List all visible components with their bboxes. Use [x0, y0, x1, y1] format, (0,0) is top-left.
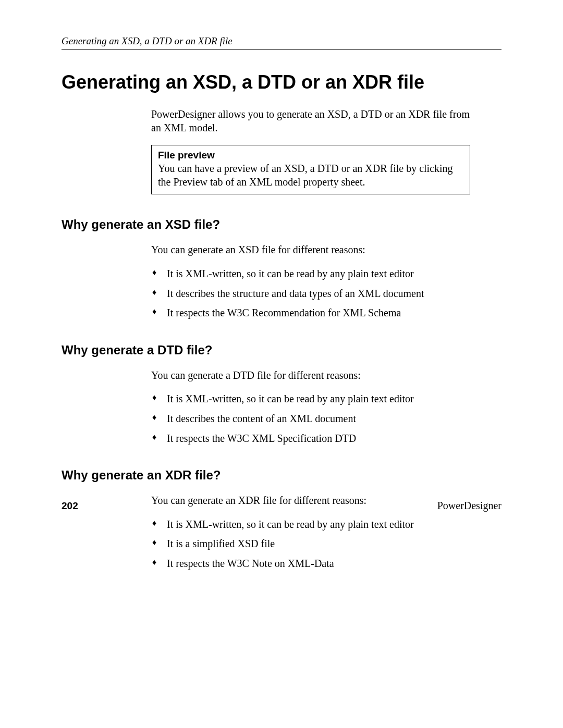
- list-item: It respects the W3C Note on XML-Data: [151, 557, 470, 571]
- section-lead-xsd: You can generate an XSD file for differe…: [151, 243, 470, 257]
- list-item: It describes the structure and data type…: [151, 287, 470, 301]
- page-number: 202: [62, 500, 78, 512]
- note-title: File preview: [158, 150, 463, 161]
- section-heading-dtd: Why generate a DTD file?: [62, 343, 501, 357]
- list-item: It respects the W3C Recommendation for X…: [151, 306, 470, 320]
- intro-paragraph: PowerDesigner allows you to generate an …: [151, 108, 470, 134]
- list-item: It is XML-written, so it can be read by …: [151, 518, 470, 532]
- bullet-list-xdr: It is XML-written, so it can be read by …: [151, 518, 470, 571]
- section-heading-xdr: Why generate an XDR file?: [62, 468, 501, 483]
- list-item: It describes the content of an XML docum…: [151, 412, 470, 426]
- note-body: You can have a preview of an XSD, a DTD …: [158, 162, 463, 189]
- list-item: It is XML-written, so it can be read by …: [151, 267, 470, 281]
- list-item: It is XML-written, so it can be read by …: [151, 392, 470, 406]
- section-heading-xsd: Why generate an XSD file?: [62, 217, 501, 232]
- note-box: File preview You can have a preview of a…: [151, 145, 470, 194]
- list-item: It is a simplified XSD file: [151, 537, 470, 551]
- section-lead-dtd: You can generate a DTD file for differen…: [151, 369, 470, 382]
- bullet-list-xsd: It is XML-written, so it can be read by …: [151, 267, 470, 320]
- intro-block: PowerDesigner allows you to generate an …: [151, 108, 470, 194]
- running-header: Generating an XSD, a DTD or an XDR file: [62, 35, 501, 50]
- section-body-dtd: You can generate a DTD file for differen…: [151, 369, 470, 445]
- page: Generating an XSD, a DTD or an XDR file …: [0, 0, 563, 728]
- list-item: It respects the W3C XML Specification DT…: [151, 432, 470, 446]
- section-body-xsd: You can generate an XSD file for differe…: [151, 243, 470, 319]
- page-footer: 202 PowerDesigner: [62, 500, 501, 512]
- bullet-list-dtd: It is XML-written, so it can be read by …: [151, 392, 470, 445]
- page-title: Generating an XSD, a DTD or an XDR file: [62, 71, 501, 93]
- product-name: PowerDesigner: [437, 500, 501, 512]
